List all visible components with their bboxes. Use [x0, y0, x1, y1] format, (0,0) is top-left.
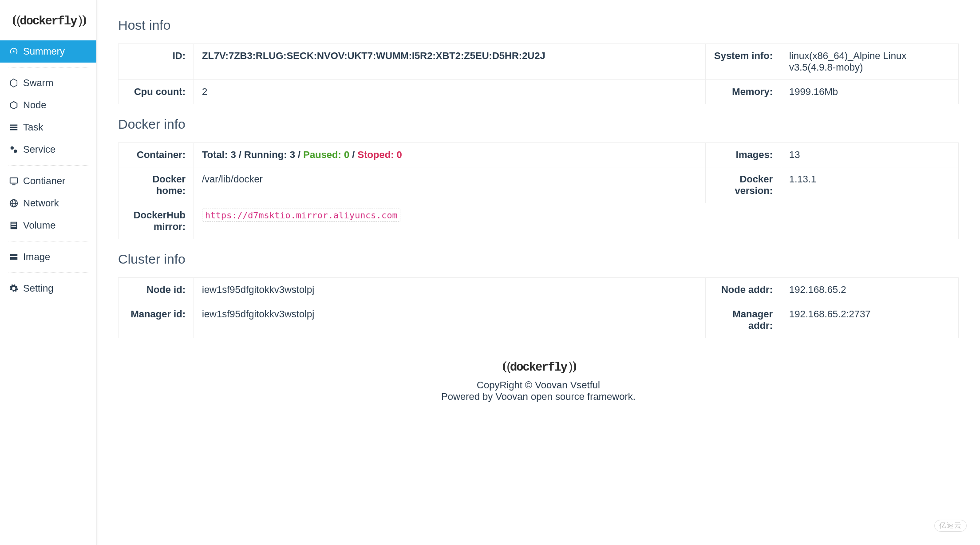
- svg-rect-16: [10, 257, 18, 260]
- folder-icon: [9, 252, 19, 262]
- docker-version-value: 1.13.1: [781, 167, 959, 203]
- sidebar-item-label: Task: [23, 122, 43, 133]
- svg-point-4: [11, 146, 14, 150]
- list-icon: [9, 122, 19, 132]
- footer-copyright: CopyRight © Voovan Vsetful: [118, 379, 959, 391]
- cluster-info-title: Cluster info: [118, 252, 959, 267]
- manager-id-label: Manager id:: [119, 302, 194, 338]
- svg-rect-12: [12, 223, 16, 224]
- svg-marker-0: [11, 79, 17, 87]
- docker-home-label: Docker home:: [119, 167, 194, 203]
- bars-icon: [9, 221, 19, 230]
- cpu-count-value: 2: [194, 80, 706, 104]
- svg-rect-14: [12, 226, 16, 227]
- memory-value: 1999.16Mb: [781, 80, 959, 104]
- sidebar-item-label: Network: [23, 197, 59, 209]
- sidebar-item-setting[interactable]: Setting: [0, 277, 96, 300]
- sidebar: ⦗(dockerfly)⦘ Summery Swarm Node Task: [0, 0, 97, 545]
- node-id-value: iew1sf95dfgitokkv3wstolpj: [194, 278, 706, 302]
- main-content: Host info ID: ZL7V:7ZB3:RLUG:SECK:NVOV:U…: [97, 0, 980, 545]
- footer-powered: Powered by Voovan open source framework.: [118, 391, 959, 403]
- docker-home-value: /var/lib/docker: [194, 167, 706, 203]
- nav-menu: Summery Swarm Node Task Service: [0, 40, 96, 300]
- nav-separator: [8, 272, 88, 273]
- svg-rect-15: [10, 254, 18, 257]
- dockerhub-mirror-value-cell: https://d7msktio.mirror.aliyuncs.com: [194, 203, 959, 239]
- docker-version-label: Docker version:: [706, 167, 781, 203]
- dashboard-icon: [9, 47, 19, 56]
- monitor-icon: [9, 176, 19, 186]
- dockerhub-mirror-label: DockerHub mirror:: [119, 203, 194, 239]
- watermark: 亿速云: [934, 520, 967, 532]
- brand-logo-text: ⦗(dockerfly)⦘: [11, 15, 86, 28]
- cube-icon: [9, 100, 19, 110]
- sidebar-item-label: Service: [23, 144, 55, 155]
- sidebar-item-container[interactable]: Contianer: [0, 170, 96, 192]
- nav-separator: [8, 241, 88, 241]
- gears-icon: [9, 145, 19, 154]
- manager-id-value: iew1sf95dfgitokkv3wstolpj: [194, 302, 706, 338]
- nav-separator: [8, 165, 88, 166]
- system-info-value: linux(x86_64)_Alpine Linux v3.5(4.9.8-mo…: [781, 44, 959, 80]
- node-id-label: Node id:: [119, 278, 194, 302]
- svg-rect-1: [10, 125, 18, 126]
- manager-addr-label: Manager addr:: [706, 302, 781, 338]
- container-value: Total: 3 / Running: 3 / Paused: 0 / Stop…: [194, 143, 706, 167]
- footer: ⦗(dockerfly)⦘ CopyRight © Voovan Vsetful…: [118, 351, 959, 416]
- sidebar-item-summery[interactable]: Summery: [0, 40, 96, 63]
- cluster-info-table: Node id: iew1sf95dfgitokkv3wstolpj Node …: [118, 277, 959, 338]
- container-label: Container:: [119, 143, 194, 167]
- memory-label: Memory:: [706, 80, 781, 104]
- cpu-count-label: Cpu count:: [119, 80, 194, 104]
- nav-separator: [8, 67, 88, 67]
- sidebar-item-image[interactable]: Image: [0, 246, 96, 268]
- dockerhub-mirror-value: https://d7msktio.mirror.aliyuncs.com: [202, 209, 400, 222]
- sidebar-item-label: Summery: [23, 46, 65, 57]
- gear-icon: [9, 284, 19, 293]
- sidebar-item-label: Image: [23, 251, 50, 263]
- sidebar-item-label: Node: [23, 99, 47, 111]
- host-id-value: ZL7V:7ZB3:RLUG:SECK:NVOV:UKT7:WUMM:I5R2:…: [202, 50, 545, 61]
- footer-logo: ⦗(dockerfly)⦘: [118, 359, 959, 374]
- host-info-table: ID: ZL7V:7ZB3:RLUG:SECK:NVOV:UKT7:WUMM:I…: [118, 43, 959, 104]
- node-addr-label: Node addr:: [706, 278, 781, 302]
- system-info-label: System info:: [706, 44, 781, 80]
- svg-rect-13: [12, 224, 16, 225]
- svg-rect-2: [10, 127, 18, 128]
- manager-addr-value: 192.168.65.2:2737: [781, 302, 959, 338]
- sidebar-item-label: Setting: [23, 283, 54, 294]
- sidebar-item-swarm[interactable]: Swarm: [0, 72, 96, 94]
- sidebar-item-node[interactable]: Node: [0, 94, 96, 116]
- images-value: 13: [781, 143, 959, 167]
- svg-rect-3: [10, 129, 18, 130]
- hexagon-icon: [9, 78, 19, 88]
- node-addr-value: 192.168.65.2: [781, 278, 959, 302]
- brand-logo: ⦗(dockerfly)⦘: [0, 7, 96, 40]
- sidebar-item-task[interactable]: Task: [0, 116, 96, 138]
- svg-point-5: [14, 150, 17, 153]
- host-info-title: Host info: [118, 18, 959, 33]
- docker-info-table: Container: Total: 3 / Running: 3 / Pause…: [118, 142, 959, 239]
- sidebar-item-service[interactable]: Service: [0, 138, 96, 161]
- svg-rect-6: [10, 178, 18, 183]
- sidebar-item-volume[interactable]: Volume: [0, 214, 96, 237]
- sidebar-item-label: Volume: [23, 220, 55, 231]
- docker-info-title: Docker info: [118, 117, 959, 132]
- globe-icon: [9, 198, 19, 208]
- sidebar-item-label: Swarm: [23, 77, 53, 89]
- sidebar-item-network[interactable]: Network: [0, 192, 96, 214]
- host-id-label: ID:: [119, 44, 194, 80]
- sidebar-item-label: Contianer: [23, 175, 65, 187]
- images-label: Images:: [706, 143, 781, 167]
